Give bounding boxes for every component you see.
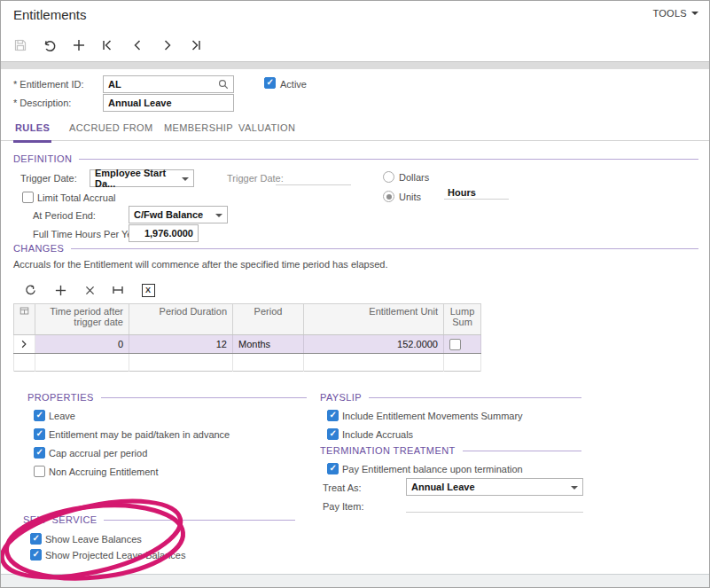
go-previous-button[interactable] — [129, 36, 146, 54]
col-period-duration[interactable]: Period Duration — [129, 304, 233, 335]
save-button[interactable] — [12, 36, 29, 54]
termination-section-header: TERMINATION TREATMENT — [320, 444, 581, 457]
changes-description: Accruals for the Entitlement will commen… — [13, 259, 387, 270]
changes-section-header: CHANGES — [13, 242, 698, 255]
dollars-label: Dollars — [399, 172, 429, 183]
previous-record-icon — [130, 38, 144, 52]
units-value: Hours — [448, 187, 476, 198]
active-label: Active — [280, 79, 307, 90]
paid-in-advance-checkbox[interactable] — [34, 428, 45, 440]
at-period-end-value: C/Fwd Balance — [134, 209, 203, 220]
tab-rules[interactable]: RULES — [13, 118, 51, 143]
page-title: Entitlements — [13, 7, 87, 22]
pay-item-label: Pay Item: — [323, 501, 363, 512]
plus-icon — [54, 284, 67, 297]
include-accruals-label: Include Accruals — [342, 429, 413, 440]
trigger-date-type-value: Employee Start Da... — [95, 168, 179, 189]
entitlement-id-field[interactable]: AL — [103, 75, 234, 93]
undo-icon — [42, 38, 57, 53]
cell-period-duration[interactable]: 12 — [129, 335, 233, 354]
current-row-arrow-icon — [20, 340, 28, 349]
undo-button[interactable] — [40, 36, 58, 54]
description-label: * Description: — [13, 98, 71, 108]
units-radio[interactable] — [383, 191, 394, 202]
table-row[interactable]: 0 12 Months 152.0000 — [14, 335, 481, 354]
plus-icon — [72, 38, 86, 52]
grid-refresh-button[interactable] — [20, 281, 40, 299]
pay-balance-label: Pay Entitlement balance upon termination — [342, 464, 523, 474]
payslip-title: PAYSLIP — [320, 392, 362, 403]
properties-title: PROPERTIES — [27, 392, 94, 403]
col-time-period[interactable]: Time period after trigger date — [35, 304, 129, 335]
limit-total-accrual-label: Limit Total Accrual — [37, 192, 115, 203]
entitlements-window: Entitlements TOOLS — [0, 0, 710, 588]
changes-title: CHANGES — [13, 243, 64, 254]
add-new-button[interactable] — [70, 36, 88, 54]
full-time-hours-label: Full Time Hours Per Year: — [33, 229, 144, 239]
at-period-end-label: At Period End: — [33, 210, 96, 221]
cell-entitlement-unit[interactable]: 152.0000 — [304, 335, 444, 354]
leave-label: Leave — [49, 411, 75, 421]
include-accruals-checkbox[interactable] — [327, 428, 339, 440]
show-projected-balances-checkbox[interactable] — [30, 549, 42, 561]
grid-fit-width-button[interactable] — [108, 281, 128, 299]
limit-total-accrual-checkbox[interactable] — [22, 192, 34, 203]
entitlement-id-value: AL — [108, 79, 218, 90]
row-settings-header[interactable] — [14, 304, 35, 335]
description-value: Annual Leave — [108, 98, 172, 108]
at-period-end-dropdown[interactable]: C/Fwd Balance — [129, 206, 228, 223]
tab-membership[interactable]: MEMBERSHIP — [162, 118, 235, 140]
units-value-field[interactable]: Hours — [444, 184, 509, 200]
lump-sum-checkbox[interactable] — [449, 339, 461, 350]
termination-title: TERMINATION TREATMENT — [320, 445, 456, 456]
active-checkbox[interactable] — [264, 77, 276, 89]
cap-accrual-label: Cap accrual per period — [49, 448, 147, 459]
cell-time-period[interactable]: 0 — [35, 335, 129, 354]
movements-summary-checkbox[interactable] — [327, 410, 339, 421]
tab-accrued-from[interactable]: ACCRUED FROM — [67, 118, 155, 140]
full-time-hours-field[interactable]: 1,976.0000 — [129, 224, 199, 242]
search-icon[interactable] — [218, 79, 229, 90]
paid-in-advance-label: Entitlement may be paid/taken in advance — [49, 429, 230, 440]
last-record-icon — [189, 38, 203, 52]
self-service-section-header: SELF SERVICE — [23, 514, 295, 526]
pay-balance-checkbox[interactable] — [327, 463, 339, 474]
grid-delete-row-button[interactable] — [80, 281, 99, 299]
description-field[interactable]: Annual Leave — [103, 94, 234, 112]
changes-table: Time period after trigger date Period Du… — [13, 303, 481, 372]
col-period[interactable]: Period — [233, 304, 304, 335]
entitlement-id-label: * Entitlement ID: — [13, 79, 83, 90]
fit-width-icon — [111, 283, 125, 297]
leave-checkbox[interactable] — [34, 410, 45, 421]
pay-item-field[interactable] — [406, 497, 583, 513]
definition-section-header: DEFINITION — [13, 153, 698, 165]
cell-period[interactable]: Months — [233, 335, 304, 354]
go-next-button[interactable] — [159, 36, 176, 54]
trigger-date-type-dropdown[interactable]: Employee Start Da... — [90, 169, 194, 187]
footer-strip — [1, 574, 709, 587]
tab-bar: RULES ACCRUED FROM MEMBERSHIP VALUATION — [1, 118, 709, 141]
tab-valuation[interactable]: VALUATION — [237, 118, 297, 140]
show-leave-balances-checkbox[interactable] — [30, 533, 42, 545]
cap-accrual-checkbox[interactable] — [34, 447, 45, 459]
col-entitlement-unit[interactable]: Entitlement Unit — [304, 304, 444, 335]
col-lump-sum[interactable]: Lump Sum — [444, 304, 481, 335]
non-accruing-checkbox[interactable] — [34, 466, 45, 477]
units-label: Units — [399, 192, 421, 202]
chevron-down-icon — [691, 12, 698, 19]
row-selector-cell[interactable] — [14, 335, 35, 354]
go-first-button[interactable] — [98, 36, 116, 54]
self-service-title: SELF SERVICE — [23, 514, 97, 525]
show-projected-balances-label: Show Projected Leave Balances — [45, 550, 185, 561]
go-last-button[interactable] — [187, 36, 205, 54]
dollars-radio[interactable] — [383, 171, 394, 183]
trigger-date-field[interactable] — [276, 169, 351, 185]
cell-lump-sum[interactable] — [444, 335, 481, 354]
tools-menu-button[interactable]: TOOLS — [652, 8, 698, 19]
movements-summary-label: Include Entitlement Movements Summary — [342, 411, 523, 421]
grid-add-row-button[interactable] — [51, 281, 70, 299]
treat-as-dropdown[interactable]: Annual Leave — [406, 478, 583, 496]
refresh-icon — [24, 284, 37, 297]
grid-export-excel-button[interactable]: X — [138, 281, 158, 299]
show-leave-balances-label: Show Leave Balances — [45, 534, 142, 545]
